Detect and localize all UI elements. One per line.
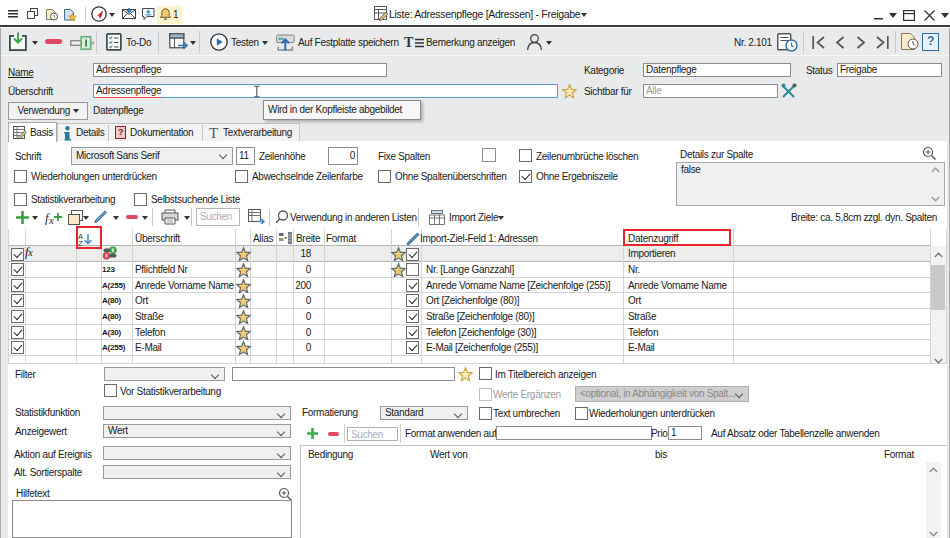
svg-text:x: x xyxy=(48,214,54,226)
svg-text:T: T xyxy=(209,125,218,141)
svg-text:T: T xyxy=(404,35,414,50)
